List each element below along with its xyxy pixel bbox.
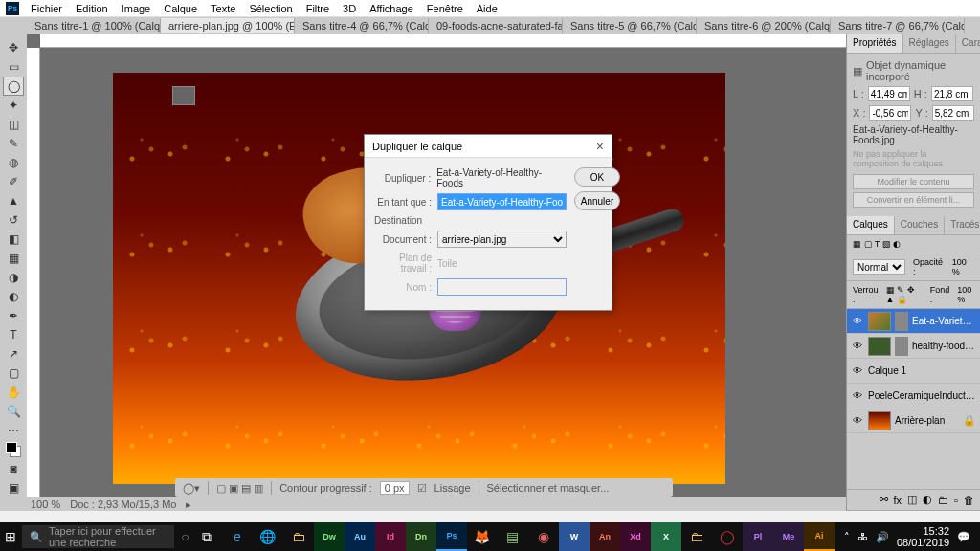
fx-icon[interactable]: fx [894,495,902,506]
layer-thumbnail[interactable] [868,337,891,356]
feather-value[interactable]: 0 px [380,481,410,495]
volume-icon[interactable]: 🔊 [876,531,889,543]
layer-item[interactable]: 👁 healthy-food-fill-raw [847,334,980,359]
tab-2[interactable]: Sans titre-4 @ 66,7% (Calque ...× [295,18,429,33]
explorer-icon[interactable]: 🗀 [283,522,314,551]
illustrator-icon[interactable]: Ai [804,522,835,551]
fill-value[interactable]: 100 % [957,285,974,304]
lock-icons[interactable]: ▦ ✎ ✥ ▲ 🔒 [886,285,923,304]
layer-item[interactable]: 👁 Arrière-plan 🔒 [847,408,980,433]
mask-icon[interactable]: ◫ [907,494,917,506]
visibility-icon[interactable]: 👁 [851,365,864,376]
path-tool[interactable]: ↗ [3,344,24,364]
selection-mode-icons[interactable]: ▢ ▣ ▤ ▥ [216,482,263,495]
brush-tool[interactable]: ✐ [3,172,24,191]
tab-calques[interactable]: Calques [847,216,895,234]
chrome-icon[interactable]: 🌐 [253,522,283,551]
zoom-level[interactable]: 100 % [31,498,60,510]
hand-tool[interactable]: ✋ [3,383,24,402]
menu-calque[interactable]: Calque [158,1,203,16]
prelude-icon[interactable]: Pl [743,522,773,551]
menu-aide[interactable]: Aide [471,1,503,16]
layer-name[interactable]: Arrière-plan [895,415,959,426]
audition-icon[interactable]: Au [345,522,375,551]
ruler-vertical[interactable] [27,48,40,497]
clock[interactable]: 15:32 08/01/2019 [897,525,949,548]
history-brush-tool[interactable]: ↺ [3,210,24,230]
tab-5[interactable]: Sans titre-6 @ 200% (Calque ...× [697,18,831,33]
notifications-icon[interactable]: 💬 [957,531,970,543]
quick-mask[interactable]: ◙ [3,459,24,478]
marquee-tool[interactable]: ▭ [3,57,24,77]
close-icon[interactable]: × [596,139,604,154]
layer-name[interactable]: Calque 1 [868,365,976,376]
start-button[interactable]: ⊞ [0,522,22,551]
menu-affichage[interactable]: Affichage [364,1,419,16]
excel-icon[interactable]: X [651,522,681,551]
menu-edition[interactable]: Edition [70,1,114,16]
dreamweaver-icon[interactable]: Dw [314,522,345,551]
new-layer-icon[interactable]: ▫ [954,495,958,506]
move-tool[interactable]: ✥ [3,38,24,57]
select-and-mask-button[interactable]: Sélectionner et masquer... [487,482,610,494]
layer-item[interactable]: 👁 Eat-a-Variety-of-Healthy-... [847,309,980,334]
tab-3[interactable]: 09-foods-acne-saturated-fats.jpg ...× [429,18,563,33]
cancel-button[interactable]: Annuler [574,191,620,210]
convert-button[interactable]: Convertir en élément li... [853,192,974,208]
notepadpp-icon[interactable]: ▤ [498,522,528,551]
tab-4[interactable]: Sans titre-5 @ 66,7% (Calque ...× [563,18,697,33]
visibility-icon[interactable]: 👁 [851,390,864,401]
photoshop-icon[interactable]: Ps [436,522,467,551]
dodge-tool[interactable]: ◐ [3,287,24,306]
as-input[interactable] [437,193,567,210]
word-icon[interactable]: W [559,522,590,551]
edge-icon[interactable]: e [222,522,253,551]
y-input[interactable] [932,105,974,121]
screen-mode[interactable]: ▣ [3,478,24,497]
status-arrow-icon[interactable]: ▸ [186,498,191,511]
height-input[interactable] [931,86,973,101]
firefox-icon[interactable]: 🦊 [467,522,498,551]
opacity-value[interactable]: 100 % [952,257,974,276]
adjustment-icon[interactable]: ◐ [923,494,932,506]
lasso-tool[interactable]: ◯ [3,77,24,96]
animate-icon[interactable]: An [590,522,620,551]
tab-reglages[interactable]: Réglages [903,34,956,53]
antialias-checkbox[interactable]: ☑ [417,482,427,495]
tray-up-icon[interactable]: ˄ [844,531,850,543]
f-app-icon[interactable]: ◉ [528,522,559,551]
eraser-tool[interactable]: ◧ [3,230,24,249]
heal-tool[interactable]: ◍ [3,153,24,172]
layer-name[interactable]: healthy-food-fill-raw [912,341,976,351]
tab-caractere[interactable]: Caractère [956,34,980,53]
shape-tool[interactable]: ▢ [3,364,24,383]
mediaencoder-icon[interactable]: Me [773,522,804,551]
crop-tool[interactable]: ◫ [3,115,24,134]
visibility-icon[interactable]: 👁 [851,316,864,326]
search-box[interactable]: 🔍 Taper ici pour effectuer une recherche [22,525,174,548]
tab-couches[interactable]: Couches [895,216,945,234]
tab-proprietes[interactable]: Propriétés [847,34,903,53]
menu-selection[interactable]: Sélection [243,1,298,16]
layer-name[interactable]: Eat-a-Variety-of-Healthy-... [912,316,976,326]
menu-texte[interactable]: Texte [205,1,241,16]
tab-0[interactable]: Sans titre-1 @ 100% (Calque ...× [27,18,161,33]
network-icon[interactable]: 🖧 [858,531,868,542]
zoom-tool[interactable]: 🔍 [3,402,24,421]
stamp-tool[interactable]: ▲ [3,191,24,210]
folder2-icon[interactable]: 🗀 [681,522,712,551]
indesign-icon[interactable]: Id [375,522,406,551]
trash-icon[interactable]: 🗑 [964,495,974,506]
menu-filtre[interactable]: Filtre [301,1,335,16]
menu-fenetre[interactable]: Fenêtre [421,1,469,16]
menu-fichier[interactable]: Fichier [25,1,68,16]
menu-image[interactable]: Image [116,1,157,16]
opera-icon[interactable]: ◯ [712,522,743,551]
layer-item[interactable]: 👁 PoeleCeramiqueInductionTefal_HD [847,384,980,408]
x-input[interactable] [869,105,911,121]
wand-tool[interactable]: ✦ [3,96,24,115]
menu-3d[interactable]: 3D [337,1,362,16]
group-icon[interactable]: 🗀 [938,495,948,506]
tab-traces[interactable]: Tracés [945,216,980,234]
edit-toolbar[interactable]: ⋯ [3,421,24,440]
